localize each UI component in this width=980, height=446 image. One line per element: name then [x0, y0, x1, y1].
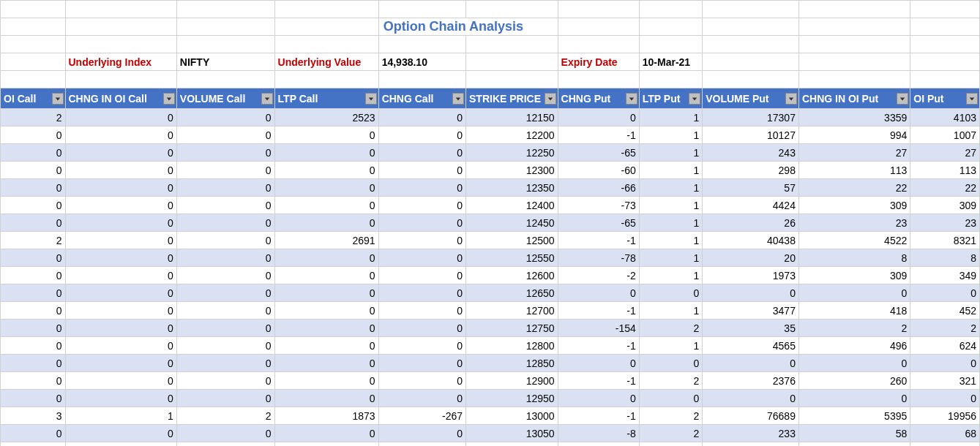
cell-oi_call[interactable]: 0	[1, 162, 66, 179]
cell-vol_call[interactable]: 0	[176, 425, 274, 442]
cell-chng_oi_put[interactable]: 418	[798, 302, 910, 320]
cell-chng_call[interactable]: 0	[378, 162, 465, 179]
cell-chng_put[interactable]: -1	[558, 302, 639, 320]
cell-strike[interactable]: 12750	[466, 320, 558, 337]
cell-vol_put[interactable]: 0	[703, 355, 799, 372]
cell-strike[interactable]: 13050	[466, 425, 558, 442]
cell-chng_call[interactable]: 0	[378, 355, 465, 372]
cell-strike[interactable]: 12250	[466, 144, 558, 162]
cell-ltp_call[interactable]: 0	[274, 372, 378, 390]
cell-chng_call[interactable]: 0	[378, 284, 465, 302]
cell-ltp_put[interactable]: 1	[639, 179, 702, 197]
cell-chng_oi_put[interactable]: 611	[798, 442, 910, 447]
cell-oi_call[interactable]: 0	[1, 179, 66, 197]
cell-strike[interactable]: 12800	[466, 337, 558, 355]
cell-oi_put[interactable]: 321	[910, 372, 980, 390]
cell-chng_oi_put[interactable]: 309	[798, 197, 910, 214]
cell-vol_put[interactable]: 243	[703, 144, 799, 162]
cell-vol_call[interactable]: 0	[176, 267, 274, 284]
col-header-volume-call[interactable]: VOLUME Call	[176, 88, 274, 109]
cell-chng_oi_call[interactable]: 0	[65, 197, 176, 214]
cell-strike[interactable]: 12150	[466, 109, 558, 126]
cell-vol_put[interactable]: 5812	[703, 442, 799, 447]
cell-ltp_call[interactable]: 0	[274, 162, 378, 179]
cell-vol_call[interactable]: 0	[176, 144, 274, 162]
cell-chng_put[interactable]: -65	[558, 144, 639, 162]
col-header-chng-call[interactable]: CHNG Call	[378, 88, 465, 109]
cell-chng_put[interactable]: -1	[558, 372, 639, 390]
cell-chng_oi_call[interactable]: 0	[65, 320, 176, 337]
cell-oi_call[interactable]: 2	[1, 109, 66, 126]
cell-chng_oi_put[interactable]: 260	[798, 372, 910, 390]
cell-strike[interactable]: 12650	[466, 284, 558, 302]
cell-ltp_put[interactable]: 0	[639, 355, 702, 372]
cell-oi_call[interactable]: 0	[1, 390, 66, 407]
cell-strike[interactable]: 12550	[466, 249, 558, 267]
cell-ltp_call[interactable]: 0	[274, 302, 378, 320]
filter-dropdown-icon[interactable]	[52, 93, 64, 105]
cell-ltp_put[interactable]: 2	[639, 320, 702, 337]
cell-ltp_put[interactable]: 1	[639, 197, 702, 214]
col-header-oi-call[interactable]: OI Call	[1, 88, 66, 109]
cell-ltp_put[interactable]: 2	[639, 372, 702, 390]
cell-chng_put[interactable]: -78	[558, 249, 639, 267]
cell-ltp_call[interactable]: 0	[274, 355, 378, 372]
cell-strike[interactable]: 12400	[466, 197, 558, 214]
cell-chng_oi_put[interactable]: 4522	[798, 232, 910, 249]
cell-ltp_put[interactable]: 1	[639, 162, 702, 179]
cell-chng_call[interactable]: 0	[378, 232, 465, 249]
cell-chng_put[interactable]: -66	[558, 179, 639, 197]
cell-vol_call[interactable]: 0	[176, 109, 274, 126]
cell-vol_put[interactable]: 17307	[703, 109, 799, 126]
cell-oi_put[interactable]: 452	[910, 302, 980, 320]
cell-chng_put[interactable]: 0	[558, 109, 639, 126]
cell-vol_put[interactable]: 26	[703, 214, 799, 232]
cell-chng_call[interactable]: 0	[378, 372, 465, 390]
cell-chng_call[interactable]: 0	[378, 390, 465, 407]
col-header-volume-put[interactable]: VOLUME Put	[703, 88, 799, 109]
cell-oi_call[interactable]: 0	[1, 144, 66, 162]
col-header-strike[interactable]: STRIKE PRICE	[466, 88, 558, 109]
cell-vol_put[interactable]: 298	[703, 162, 799, 179]
cell-vol_call[interactable]: 0	[176, 197, 274, 214]
cell-oi_put[interactable]: 2	[910, 320, 980, 337]
cell-chng_oi_call[interactable]: 0	[65, 390, 176, 407]
filter-dropdown-icon[interactable]	[261, 93, 273, 105]
cell-strike[interactable]: 12300	[466, 162, 558, 179]
cell-chng_oi_call[interactable]: 1	[65, 407, 176, 425]
cell-ltp_call[interactable]: 0	[274, 267, 378, 284]
cell-vol_call[interactable]: 0	[176, 214, 274, 232]
cell-oi_call[interactable]: 0	[1, 442, 66, 447]
cell-vol_put[interactable]: 2376	[703, 372, 799, 390]
cell-vol_put[interactable]: 0	[703, 390, 799, 407]
cell-chng_call[interactable]: -267	[378, 407, 465, 425]
cell-oi_call[interactable]: 0	[1, 355, 66, 372]
cell-strike[interactable]: 12850	[466, 355, 558, 372]
cell-ltp_put[interactable]: 1	[639, 267, 702, 284]
filter-dropdown-icon[interactable]	[626, 93, 637, 105]
cell-ltp_call[interactable]: 0	[274, 284, 378, 302]
cell-chng_put[interactable]: 0	[558, 284, 639, 302]
cell-oi_call[interactable]: 0	[1, 249, 66, 267]
cell-chng_put[interactable]: -1	[558, 407, 639, 425]
cell-chng_oi_put[interactable]: 0	[798, 390, 910, 407]
cell-chng_oi_call[interactable]: 0	[65, 355, 176, 372]
cell-chng_oi_call[interactable]: 0	[65, 372, 176, 390]
cell-chng_oi_put[interactable]: 309	[798, 267, 910, 284]
cell-vol_call[interactable]: 0	[176, 179, 274, 197]
filter-dropdown-icon[interactable]	[365, 93, 377, 105]
cell-oi_call[interactable]: 3	[1, 407, 66, 425]
cell-chng_oi_call[interactable]: 0	[65, 267, 176, 284]
cell-vol_put[interactable]: 1973	[703, 267, 799, 284]
cell-chng_oi_put[interactable]: 3359	[798, 109, 910, 126]
cell-chng_oi_put[interactable]: 22	[798, 179, 910, 197]
filter-dropdown-icon[interactable]	[545, 93, 556, 105]
cell-oi_put[interactable]: 309	[910, 197, 980, 214]
cell-oi_put[interactable]: 8	[910, 249, 980, 267]
cell-oi_put[interactable]: 68	[910, 425, 980, 442]
cell-vol_put[interactable]: 20	[703, 249, 799, 267]
cell-chng_oi_call[interactable]: 0	[65, 109, 176, 126]
cell-vol_put[interactable]: 4424	[703, 197, 799, 214]
cell-ltp_call[interactable]: 0	[274, 249, 378, 267]
cell-vol_call[interactable]: 0	[176, 442, 274, 447]
